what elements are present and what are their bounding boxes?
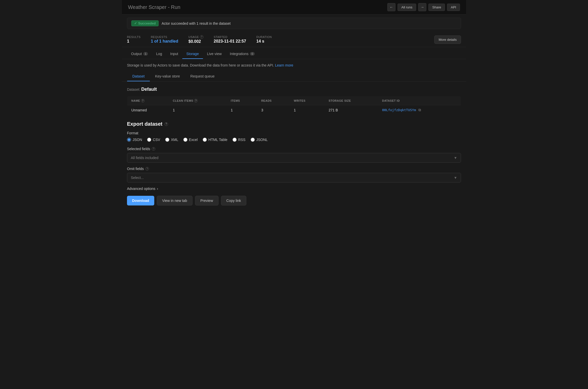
omit-fields-label: Omit fields ? (127, 167, 461, 171)
stats-row: RESULTS 1 REQUESTS 1 of 1 handled USAGE … (122, 32, 466, 47)
stat-duration: DURATION 14 s (256, 35, 272, 44)
requests-label: REQUESTS (151, 35, 178, 38)
tab-output[interactable]: Output 1 (127, 49, 152, 59)
export-title: Export dataset ? (127, 121, 461, 127)
view-new-tab-button[interactable]: View in new tab (157, 196, 193, 205)
stat-requests: REQUESTS 1 of 1 handled (151, 35, 178, 44)
check-icon: ✓ (134, 21, 137, 25)
stat-usage: USAGE ? $0.002 (188, 35, 203, 44)
col-name: NAME ? (127, 96, 169, 105)
selected-fields-label: Selected fields ? (127, 147, 461, 151)
usage-value: $0.002 (188, 39, 203, 44)
format-xml[interactable]: XML (165, 138, 178, 142)
export-help-icon[interactable]: ? (164, 122, 168, 126)
col-writes: WRITES (290, 96, 324, 105)
col-reads: READS (257, 96, 290, 105)
stat-started: STARTED 2023-11-01 22:57 (214, 35, 246, 44)
format-options: JSON CSV XML Excel HTML Table RSS (127, 138, 461, 142)
title-separator: - (168, 4, 171, 10)
omit-fields-help-icon[interactable]: ? (145, 167, 149, 171)
learn-more-link[interactable]: Learn more (275, 63, 293, 67)
api-button[interactable]: API (447, 4, 460, 11)
chevron-down-icon-2: ▼ (454, 176, 457, 180)
dataset-tab-requestqueue[interactable]: Request queue (185, 71, 220, 81)
omit-fields-value: Select... (131, 176, 144, 180)
row-name: Unnamed (127, 105, 169, 115)
format-html-table[interactable]: HTML Table (203, 138, 227, 142)
tab-liveview[interactable]: Live view (203, 49, 226, 59)
clean-items-help-icon[interactable]: ? (194, 99, 198, 102)
chevron-down-icon: ▼ (454, 156, 457, 160)
omit-fields-dropdown[interactable]: Select... ▼ (127, 173, 461, 183)
row-writes: 1 (290, 105, 324, 115)
dataset-tab-keyvalue[interactable]: Key-value store (150, 71, 185, 81)
col-items: ITEMS (227, 96, 257, 105)
selected-fields-section: Selected fields ? All fields included ▼ (127, 147, 461, 163)
dataset-heading: Dataset: Default (127, 87, 461, 92)
dataset-name: Default (141, 87, 157, 92)
selected-fields-value: All fields included (131, 156, 158, 160)
name-help-icon[interactable]: ? (141, 99, 145, 102)
status-message: Actor succeeded with 1 result in the dat… (162, 21, 231, 25)
status-bar: ✓ Succeeded Actor succeeded with 1 resul… (127, 18, 461, 29)
row-items: 1 (227, 105, 257, 115)
col-dataset-id: DATASET ID (378, 96, 461, 105)
dataset-tabs: Dataset Key-value store Request queue (122, 71, 466, 82)
action-buttons: Download View in new tab Preview Copy li… (127, 196, 461, 205)
dataset-tab-dataset[interactable]: Dataset (127, 71, 150, 81)
usage-help-icon[interactable]: ? (200, 35, 203, 39)
results-value: 1 (127, 39, 140, 44)
all-runs-button[interactable]: All runs (398, 4, 416, 11)
format-csv[interactable]: CSV (147, 138, 160, 142)
run-label: Run (171, 4, 181, 10)
status-badge-label: Succeeded (138, 21, 156, 25)
col-storage-size: STORAGE SIZE (325, 96, 378, 105)
copy-dataset-id-icon[interactable]: ⧉ (418, 108, 421, 112)
format-label: Format (127, 131, 461, 135)
advanced-options-toggle[interactable]: Advanced options › (127, 187, 461, 191)
app-title: Weather Scraper (128, 4, 167, 10)
share-button[interactable]: Share (428, 4, 445, 11)
tab-log[interactable]: Log (152, 49, 166, 59)
duration-value: 14 s (256, 39, 272, 44)
nav-back-button[interactable]: ← (387, 3, 395, 11)
dataset-table: NAME ? CLEAN ITEMS ? ITEMS READS WRITES … (127, 96, 461, 115)
row-storage-size: 271 B (325, 105, 378, 115)
format-json[interactable]: JSON (127, 138, 142, 142)
selected-fields-help-icon[interactable]: ? (152, 147, 155, 151)
row-reads: 3 (257, 105, 290, 115)
header-actions: ← All runs → Share API (387, 3, 460, 11)
selected-fields-dropdown[interactable]: All fields included ▼ (127, 153, 461, 163)
usage-label: USAGE ? (188, 35, 203, 39)
copy-link-button[interactable]: Copy link (221, 196, 247, 205)
tab-input[interactable]: Input (166, 49, 182, 59)
started-label: STARTED (214, 35, 246, 38)
omit-fields-section: Omit fields ? Select... ▼ (127, 167, 461, 183)
status-badge: ✓ Succeeded (131, 20, 159, 26)
chevron-right-icon: › (157, 187, 158, 191)
export-section: Export dataset ? Format JSON CSV XML Exc… (127, 121, 461, 205)
stat-results: RESULTS 1 (127, 35, 140, 44)
header: Weather Scraper - Run ← All runs → Share… (122, 0, 466, 15)
more-details-button[interactable]: More details (434, 35, 461, 44)
requests-value: 1 of 1 handled (151, 39, 178, 44)
tab-integrations[interactable]: Integrations 0 (226, 49, 259, 59)
format-rss[interactable]: RSS (233, 138, 246, 142)
row-clean-items: 1 (169, 105, 227, 115)
preview-button[interactable]: Preview (195, 196, 219, 205)
duration-label: DURATION (256, 35, 272, 38)
row-dataset-id: 00LfojfzDqktTUSYm ⧉ (378, 105, 461, 115)
nav-forward-button[interactable]: → (418, 3, 426, 11)
tab-storage[interactable]: Storage (182, 49, 203, 59)
format-excel[interactable]: Excel (183, 138, 198, 142)
storage-info: Storage is used by Actors to save data. … (122, 59, 466, 71)
col-clean-items: CLEAN ITEMS ? (169, 96, 227, 105)
started-value: 2023-11-01 22:57 (214, 39, 246, 44)
format-jsonl[interactable]: JSONL (251, 138, 268, 142)
table-row: Unnamed 1 1 3 1 271 B 00LfojfzDqktTUSYm … (127, 105, 461, 115)
content-area: Dataset: Default NAME ? CLEAN ITEMS ? IT… (122, 82, 466, 211)
download-button[interactable]: Download (127, 196, 154, 205)
main-tabs: Output 1 Log Input Storage Live view Int… (122, 49, 466, 59)
results-label: RESULTS (127, 35, 140, 38)
page-title: Weather Scraper - Run (128, 4, 180, 10)
